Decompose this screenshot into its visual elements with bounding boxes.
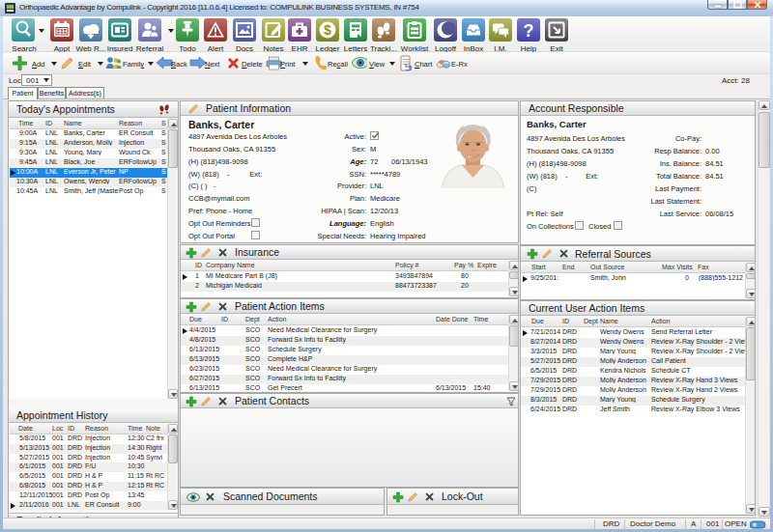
svg-text:?: ?: [524, 21, 534, 41]
svg-text:$: $: [324, 22, 331, 38]
